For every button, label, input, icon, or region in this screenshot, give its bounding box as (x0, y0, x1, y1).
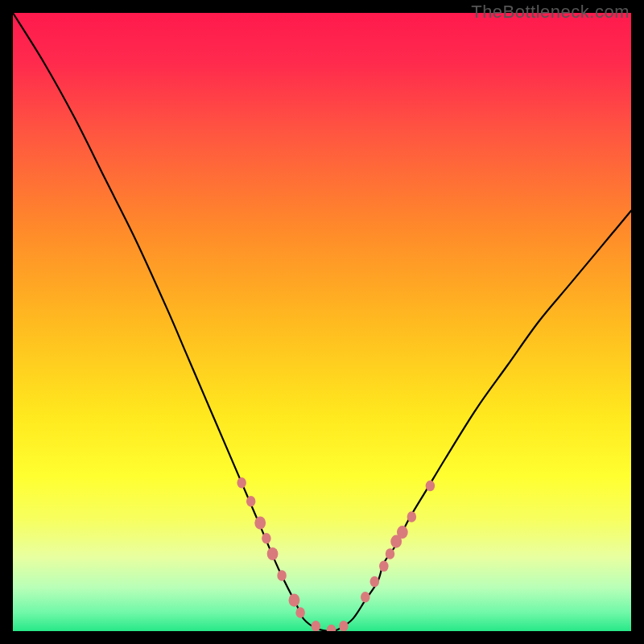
chart-frame (13, 13, 631, 631)
svg-rect-0 (13, 13, 631, 631)
watermark-text: TheBottleneck.com (471, 0, 630, 24)
chart-background (13, 13, 631, 631)
